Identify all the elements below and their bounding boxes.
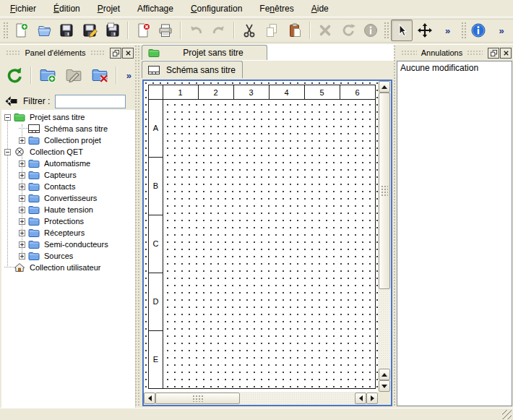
undo-button[interactable] <box>185 20 207 41</box>
undo-history-item[interactable]: Aucune modification <box>397 61 512 74</box>
float-icon <box>113 50 119 56</box>
undo-history-list: Aucune modification <box>397 61 512 406</box>
folder-blue-icon <box>28 228 40 237</box>
scroll-up-button[interactable] <box>379 81 390 93</box>
expand-icon[interactable] <box>19 241 25 248</box>
elements-tree: Projet sans titreSchéma sans titreCollec… <box>1 110 136 408</box>
close-icon <box>503 50 509 56</box>
float-icon <box>491 50 497 56</box>
folder-blue-icon <box>28 136 40 145</box>
about-qet-button[interactable] <box>468 20 490 41</box>
select-mode-button[interactable] <box>391 20 413 41</box>
expand-icon[interactable] <box>19 195 25 202</box>
save-as-button[interactable] <box>79 20 100 41</box>
close-panel-button[interactable] <box>122 48 134 59</box>
edit-category-button[interactable] <box>61 63 86 87</box>
vertical-scroll-thumb[interactable] <box>379 93 390 289</box>
menu-fenetres[interactable]: Fenêtres <box>252 1 301 16</box>
close-file-button[interactable] <box>132 20 154 41</box>
float-panel-button[interactable] <box>110 48 121 59</box>
elements-panel-titlebar[interactable]: Panel d'éléments <box>1 46 134 59</box>
scroll-right-button[interactable] <box>366 393 378 404</box>
collapse-icon[interactable] <box>4 114 11 121</box>
menu-fichier[interactable]: Fichier <box>3 1 43 16</box>
print-button[interactable] <box>155 20 177 41</box>
menu-configuration[interactable]: Configuration <box>184 1 249 16</box>
menu-aide[interactable]: Aide <box>304 1 336 16</box>
expand-icon[interactable] <box>19 137 25 144</box>
delete-button[interactable] <box>314 20 336 41</box>
expand-icon[interactable] <box>19 160 25 167</box>
rotate-button[interactable] <box>337 20 359 41</box>
delete-category-button[interactable] <box>87 63 112 87</box>
left-splitter-handle[interactable] <box>134 45 141 406</box>
toolbar-separator <box>127 22 129 39</box>
info-gray-icon <box>363 22 379 38</box>
expand-icon[interactable] <box>19 230 25 236</box>
menu-projet[interactable]: Projet <box>90 1 127 16</box>
scroll-left-button-2[interactable] <box>355 393 366 404</box>
tree-item-label: Sources <box>44 252 73 260</box>
open-icon <box>36 22 52 38</box>
open-button[interactable] <box>33 20 55 41</box>
reload-collections-button[interactable] <box>2 63 27 87</box>
rotate-icon <box>340 22 356 38</box>
toolbar-drag-handle[interactable] <box>3 22 8 39</box>
copy-button[interactable] <box>262 20 283 41</box>
filter-input[interactable] <box>55 95 126 108</box>
float-panel-button[interactable] <box>488 48 499 59</box>
chevron-double-right-icon: » <box>445 25 450 36</box>
tab-project-label: Projet sans titre <box>165 48 261 58</box>
new-category-button[interactable] <box>35 63 60 87</box>
resize-grip[interactable] <box>502 410 512 419</box>
tree-item-label: Collection QET <box>30 147 83 156</box>
toolbar-drag-handle[interactable] <box>384 22 389 39</box>
toolbar-overflow-button[interactable]: » <box>491 20 512 41</box>
scroll-left-button[interactable] <box>144 393 155 404</box>
tab-schema[interactable]: Schéma sans titre <box>142 61 243 78</box>
expand-icon[interactable] <box>19 218 25 225</box>
schema-icon <box>148 66 160 74</box>
collapse-icon[interactable] <box>4 149 11 155</box>
tree-item-label: Semi-conducteurs <box>44 240 108 249</box>
new-file-button[interactable] <box>10 20 32 41</box>
expand-icon[interactable] <box>19 207 25 213</box>
cut-icon <box>241 22 257 38</box>
toolbar-overflow-button[interactable]: » <box>437 20 459 41</box>
expand-icon[interactable] <box>19 172 25 179</box>
home-icon <box>14 263 25 272</box>
menu-affichage[interactable]: Affichage <box>130 1 181 16</box>
cut-button[interactable] <box>238 20 260 41</box>
tree-item-projet-sans-titre[interactable]: Projet sans titre <box>1 111 135 123</box>
save-as-icon <box>82 22 98 38</box>
close-panel-button[interactable] <box>500 48 512 59</box>
pan-mode-button[interactable] <box>414 20 436 41</box>
tree-item-collection-utilisateur[interactable]: Collection utilisateur <box>1 262 135 273</box>
triangle-left-icon <box>356 395 363 401</box>
scroll-down-button[interactable] <box>379 380 390 392</box>
undo-panel-titlebar[interactable]: Annulations <box>397 46 512 59</box>
redo-icon <box>211 22 227 38</box>
cursor-arrow-icon <box>394 22 410 38</box>
save-button[interactable] <box>56 20 77 41</box>
menu-edition[interactable]: Édition <box>46 1 87 16</box>
horizontal-scroll-thumb[interactable] <box>155 393 240 404</box>
save-all-button[interactable] <box>102 20 124 41</box>
chevron-double-right-icon[interactable]: » <box>126 70 132 81</box>
scroll-up-button-2[interactable] <box>379 369 390 380</box>
about-disabled-button[interactable] <box>361 20 382 41</box>
toolbar-drag-handle[interactable] <box>461 22 466 39</box>
paste-button[interactable] <box>284 20 306 41</box>
tree-item-label: Protections <box>44 217 84 226</box>
horizontal-scrollbar[interactable] <box>144 392 378 405</box>
folder-blue-icon <box>28 194 40 202</box>
vertical-scrollbar[interactable] <box>378 81 391 392</box>
tree-item-collection-qet[interactable]: Collection QET <box>1 146 135 158</box>
undo-panel-title: Annulations <box>421 48 463 57</box>
schematic-canvas[interactable]: 123456ABCDE <box>144 81 378 392</box>
clear-filter-button[interactable] <box>3 95 19 108</box>
expand-icon[interactable] <box>19 253 25 260</box>
redo-button[interactable] <box>208 20 230 41</box>
tab-project[interactable]: Projet sans titre <box>142 45 267 60</box>
expand-icon[interactable] <box>19 184 25 190</box>
